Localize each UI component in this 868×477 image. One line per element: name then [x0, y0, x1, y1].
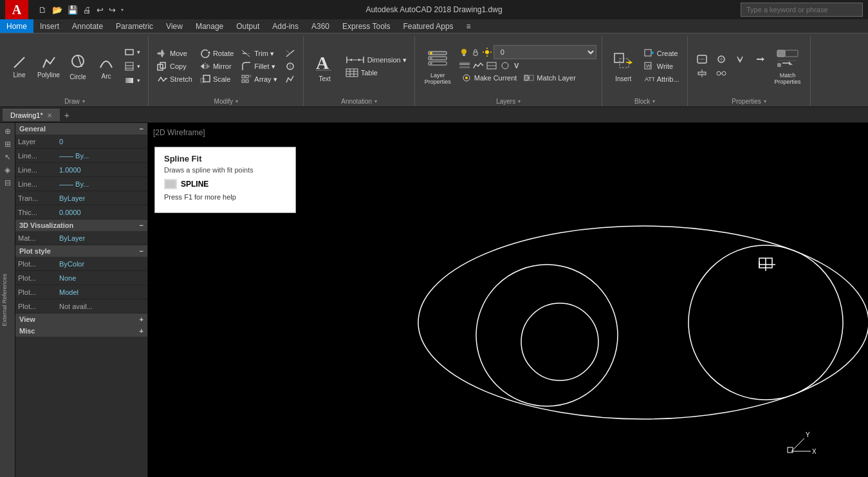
prop-icon-5[interactable] [694, 67, 710, 80]
zoom-tool[interactable]: ⊞ [3, 138, 12, 150]
quick-access-more[interactable]: ▾ [120, 6, 125, 14]
redo-button[interactable]: ↪ [107, 4, 117, 16]
insert-icon [612, 51, 635, 74]
close-tab-button[interactable]: ✕ [47, 112, 52, 119]
pan-tool[interactable]: ⊕ [3, 126, 12, 137]
copy-button[interactable]: Copy [154, 61, 195, 72]
svg-marker-9 [157, 52, 165, 55]
prop-plotavail: Plot... Not avail... [15, 299, 147, 313]
tab-drawing1[interactable]: Drawing1* ✕ [3, 109, 60, 121]
layer-properties-icon [426, 48, 449, 71]
line-button[interactable]: Line [6, 53, 32, 80]
view-section-header[interactable]: View + [15, 313, 147, 325]
layer-icon-4 [499, 61, 511, 71]
insert-button[interactable]: Insert [608, 48, 639, 85]
circle-button[interactable]: Circle [65, 51, 91, 82]
properties-chevron[interactable]: ▾ [764, 98, 766, 104]
svg-point-1 [72, 55, 84, 67]
draw-chevron[interactable]: ▾ [82, 98, 85, 104]
move-button[interactable]: Move [154, 48, 195, 59]
menu-parametric[interactable]: Parametric [109, 19, 160, 33]
svg-marker-35 [349, 59, 352, 61]
select-tool[interactable]: ↖ [3, 151, 12, 163]
svg-rect-110 [788, 447, 793, 453]
menu-output[interactable]: Output [230, 19, 266, 33]
quick-access-toolbar: 🗋 📂 💾 🖨 ↩ ↪ ▾ [32, 4, 130, 16]
rectangle-button[interactable]: ▾ [122, 46, 143, 59]
scale-button[interactable]: Scale [198, 73, 236, 85]
autocad-logo[interactable]: A [5, 0, 28, 21]
menu-insert[interactable]: Insert [33, 19, 66, 33]
trim-button[interactable]: Trim ▾ [239, 48, 279, 59]
search-input[interactable] [741, 3, 863, 17]
svg-rect-68 [614, 53, 623, 62]
dimension-icon [346, 55, 365, 64]
menu-home[interactable]: Home [0, 19, 33, 33]
svg-rect-65 [524, 75, 528, 80]
layer-properties-button[interactable]: LayerProperties [421, 45, 455, 88]
array-button[interactable]: Array ▾ [239, 73, 279, 85]
match-properties-button[interactable]: MatchProperties [771, 45, 805, 88]
svg-text:Y: Y [806, 431, 810, 438]
modify-extra1[interactable] [282, 48, 298, 59]
layer-select[interactable]: 0 [494, 45, 596, 59]
open-button[interactable]: 📂 [51, 4, 64, 16]
svg-point-48 [461, 49, 466, 54]
menu-addins[interactable]: Add-ins [266, 19, 305, 33]
text-button[interactable]: A Text [309, 48, 340, 85]
modify-chevron[interactable]: ▾ [235, 98, 238, 104]
gradient-button[interactable]: ▾ [122, 74, 143, 87]
more-draw-tools: ▾ ▾ ▾ [122, 46, 143, 87]
menu-view[interactable]: View [160, 19, 189, 33]
ortho-tool[interactable]: ⊟ [3, 177, 12, 189]
write-block-button[interactable]: W Write [642, 61, 682, 72]
viz-section-header[interactable]: 3D Visualization − [15, 220, 147, 231]
fillet-button[interactable]: Fillet ▾ [239, 61, 279, 72]
menu-manage[interactable]: Manage [189, 19, 230, 33]
layers-chevron[interactable]: ▾ [518, 98, 521, 104]
prop-icon-2[interactable] [713, 53, 730, 66]
ribbon-group-properties: MatchProperties Properties ▾ [688, 36, 811, 106]
prop-icon-3[interactable] [732, 53, 749, 66]
undo-button[interactable]: ↩ [95, 4, 105, 16]
svg-rect-95 [777, 63, 781, 67]
layers-tools: LayerProperties 0 [421, 36, 596, 97]
create-block-button[interactable]: Create [642, 48, 682, 59]
match-layer-button[interactable]: Match Layer [521, 72, 578, 84]
define-attrib-button[interactable]: ATT Attrib... [642, 73, 682, 85]
mirror-icon [200, 62, 210, 71]
rotate-button[interactable]: Rotate [198, 48, 236, 59]
svg-line-27 [286, 50, 290, 54]
dimension-button[interactable]: Dimension ▾ [343, 54, 409, 66]
menu-featured[interactable]: Featured Apps [397, 19, 460, 33]
menu-more[interactable]: ≡ [460, 19, 477, 33]
add-tab-button[interactable]: + [60, 110, 73, 120]
svg-marker-15 [207, 64, 210, 69]
general-section-header[interactable]: General − [15, 123, 147, 135]
prop-icon-6[interactable] [713, 67, 730, 80]
stretch-button[interactable]: Stretch [154, 73, 195, 85]
modify-extra3[interactable] [282, 73, 298, 85]
block-chevron[interactable]: ▾ [652, 98, 655, 104]
menu-a360[interactable]: A360 [305, 19, 336, 33]
modify-extra2[interactable] [282, 61, 298, 72]
table-button[interactable]: Table [343, 67, 409, 79]
mirror-button[interactable]: Mirror [198, 61, 236, 72]
menu-annotate[interactable]: Annotate [66, 19, 109, 33]
new-button[interactable]: 🗋 [37, 4, 48, 16]
polyline-button[interactable]: Polyline [35, 53, 62, 80]
prop-icon-4[interactable] [752, 53, 768, 66]
print-button[interactable]: 🖨 [82, 4, 93, 16]
snap-tool[interactable]: ◈ [3, 164, 12, 176]
make-current-button[interactable]: Make Current [459, 72, 520, 84]
misc-section-header[interactable]: Misc + [15, 325, 147, 337]
plot-section-header[interactable]: Plot style − [15, 245, 147, 257]
arc-button[interactable]: Arc [93, 52, 119, 81]
annotation-chevron[interactable]: ▾ [374, 98, 377, 104]
menu-express[interactable]: Express Tools [336, 19, 396, 33]
hatch-button[interactable]: ▾ [122, 60, 143, 73]
properties-group-label: Properties ▾ [694, 97, 805, 106]
svg-rect-72 [645, 50, 651, 56]
prop-icon-1[interactable] [694, 53, 710, 66]
save-button[interactable]: 💾 [66, 4, 79, 16]
